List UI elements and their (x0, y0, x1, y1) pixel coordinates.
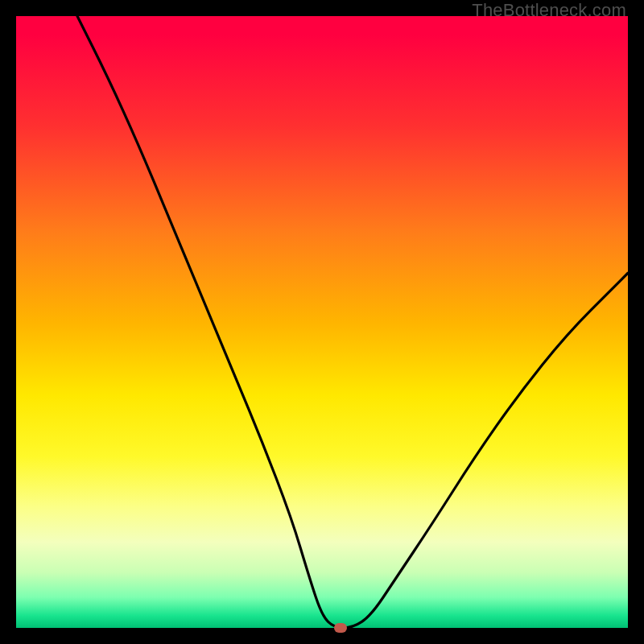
bottleneck-curve-path (77, 16, 628, 628)
minimum-marker (334, 623, 347, 633)
chart-frame: TheBottleneck.com (0, 0, 644, 644)
curve-svg (16, 16, 628, 628)
plot-area (16, 16, 628, 628)
